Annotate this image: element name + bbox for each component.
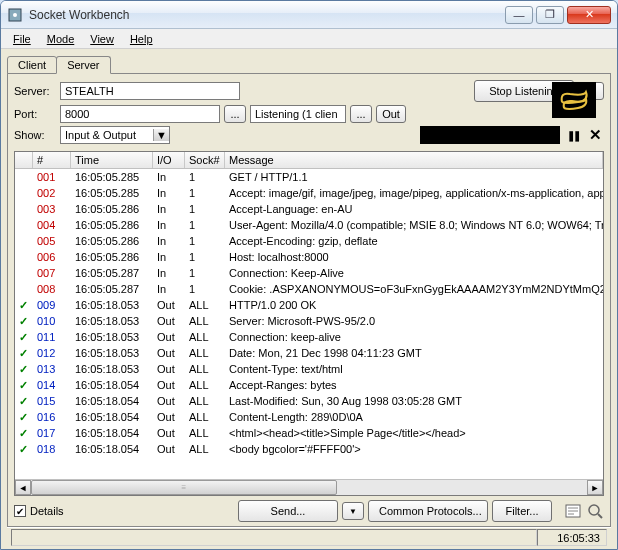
row-num: 014 — [33, 379, 71, 391]
table-row[interactable]: ✓01516:05:18.054OutALLLast-Modified: Sun… — [15, 393, 603, 409]
window-buttons: — ❐ ✕ — [505, 6, 611, 24]
horizontal-scrollbar[interactable]: ◄ ≡ ► — [15, 479, 603, 495]
table-row[interactable]: 00116:05:05.285In1GET / HTTP/1.1 — [15, 169, 603, 185]
server-panel: Server: Stop Listening In Port: ... ... … — [7, 73, 611, 527]
window-title: Socket Workbench — [29, 8, 505, 22]
status-time: 16:05:33 — [537, 529, 607, 546]
chevron-down-icon: ▼ — [153, 129, 169, 141]
server-input[interactable] — [60, 82, 240, 100]
send-dropdown-button[interactable]: ▼ — [342, 502, 364, 520]
row-sock: ALL — [185, 363, 225, 375]
row-time: 16:05:05.286 — [71, 219, 153, 231]
maximize-button[interactable]: ❐ — [536, 6, 564, 24]
row-time: 16:05:18.053 — [71, 315, 153, 327]
titlebar[interactable]: Socket Workbench — ❐ ✕ — [1, 1, 617, 29]
log-table: # Time I/O Sock# Message 00116:05:05.285… — [14, 151, 604, 496]
port-input[interactable] — [60, 105, 220, 123]
row-io: In — [153, 187, 185, 199]
listening-browse-button[interactable]: ... — [350, 105, 372, 123]
row-num: 003 — [33, 203, 71, 215]
scroll-thumb[interactable]: ≡ — [31, 480, 337, 495]
row-check: ✓ — [15, 427, 33, 440]
scroll-track[interactable]: ≡ — [31, 480, 587, 495]
row-sock: 1 — [185, 251, 225, 263]
toolbar-icon-1[interactable] — [564, 502, 582, 520]
table-row[interactable]: ✓01216:05:18.053OutALLDate: Mon, 21 Dec … — [15, 345, 603, 361]
menu-mode[interactable]: Mode — [41, 32, 81, 46]
scroll-right-icon[interactable]: ► — [587, 480, 603, 495]
table-row[interactable]: ✓01116:05:18.053OutALLConnection: keep-a… — [15, 329, 603, 345]
row-num: 018 — [33, 443, 71, 455]
row-io: Out — [153, 299, 185, 311]
menu-help[interactable]: Help — [124, 32, 159, 46]
col-check[interactable] — [15, 152, 33, 168]
table-row[interactable]: ✓00916:05:18.053OutALLHTTP/1.0 200 OK — [15, 297, 603, 313]
col-time[interactable]: Time — [71, 152, 153, 168]
row-check: ✓ — [15, 443, 33, 456]
row-num: 002 — [33, 187, 71, 199]
table-row[interactable]: 00816:05:05.287In1Cookie: .ASPXANONYMOUS… — [15, 281, 603, 297]
row-message: Accept-Encoding: gzip, deflate — [225, 235, 603, 247]
row-time: 16:05:18.053 — [71, 363, 153, 375]
close-icon: ✕ — [585, 8, 594, 21]
row-sock: ALL — [185, 331, 225, 343]
table-row[interactable]: 00516:05:05.286In1Accept-Encoding: gzip,… — [15, 233, 603, 249]
row-sock: 1 — [185, 171, 225, 183]
row-io: In — [153, 171, 185, 183]
row-io: In — [153, 283, 185, 295]
port-browse-button[interactable]: ... — [224, 105, 246, 123]
table-row[interactable]: 00316:05:05.286In1Accept-Language: en-AU — [15, 201, 603, 217]
details-checkbox[interactable]: ✔ — [14, 505, 26, 517]
table-row[interactable]: 00716:05:05.287In1Connection: Keep-Alive — [15, 265, 603, 281]
svg-point-1 — [13, 13, 17, 17]
row-num: 011 — [33, 331, 71, 343]
row-message: Connection: keep-alive — [225, 331, 603, 343]
row-time: 16:05:18.054 — [71, 443, 153, 455]
pause-button[interactable]: ❚❚ — [564, 126, 582, 144]
row-time: 16:05:18.054 — [71, 395, 153, 407]
table-row[interactable]: ✓01616:05:18.054OutALLContent-Length: 28… — [15, 409, 603, 425]
row-time: 16:05:05.285 — [71, 171, 153, 183]
minimize-button[interactable]: — — [505, 6, 533, 24]
common-protocols-button[interactable]: Common Protocols... — [368, 500, 488, 522]
scroll-left-icon[interactable]: ◄ — [15, 480, 31, 495]
table-row[interactable]: ✓01316:05:18.053OutALLContent-Type: text… — [15, 361, 603, 377]
row-time: 16:05:05.285 — [71, 187, 153, 199]
send-button[interactable]: Send... — [238, 500, 338, 522]
table-row[interactable]: ✓01016:05:18.053OutALLServer: Microsoft-… — [15, 313, 603, 329]
col-sock[interactable]: Sock# — [185, 152, 225, 168]
status-cell-main — [11, 529, 537, 546]
table-row[interactable]: 00416:05:05.286In1User-Agent: Mozilla/4.… — [15, 217, 603, 233]
row-io: In — [153, 251, 185, 263]
row-message: Date: Mon, 21 Dec 1998 04:11:23 GMT — [225, 347, 603, 359]
toolbar-icon-2[interactable] — [586, 502, 604, 520]
menu-view[interactable]: View — [84, 32, 120, 46]
row-num: 004 — [33, 219, 71, 231]
table-row[interactable]: 00616:05:05.286In1Host: localhost:8000 — [15, 249, 603, 265]
statusbar: 16:05:33 — [7, 527, 611, 547]
col-num[interactable]: # — [33, 152, 71, 168]
row-check: ✓ — [15, 411, 33, 424]
row-message: HTTP/1.0 200 OK — [225, 299, 603, 311]
table-row[interactable]: ✓01416:05:18.054OutALLAccept-Ranges: byt… — [15, 377, 603, 393]
table-body[interactable]: 00116:05:05.285In1GET / HTTP/1.100216:05… — [15, 169, 603, 479]
menu-file[interactable]: File — [7, 32, 37, 46]
bottom-bar: ✔ Details Send... ▼ Common Protocols... … — [14, 500, 604, 522]
row-num: 005 — [33, 235, 71, 247]
clear-button[interactable]: ✕ — [586, 126, 604, 144]
show-combo[interactable]: Input & Output ▼ — [60, 126, 170, 144]
table-row[interactable]: ✓01716:05:18.054OutALL<html><head><title… — [15, 425, 603, 441]
close-button[interactable]: ✕ — [567, 6, 611, 24]
out-button[interactable]: Out — [376, 105, 406, 123]
table-row[interactable]: ✓01816:05:18.054OutALL<body bgcolor='#FF… — [15, 441, 603, 457]
table-row[interactable]: 00216:05:05.285In1Accept: image/gif, ima… — [15, 185, 603, 201]
filter-button[interactable]: Filter... — [492, 500, 552, 522]
col-message[interactable]: Message — [225, 152, 603, 168]
row-message: User-Agent: Mozilla/4.0 (compatible; MSI… — [225, 219, 603, 231]
col-io[interactable]: I/O — [153, 152, 185, 168]
client-area: Client Server Server: Stop Listening In … — [1, 49, 617, 549]
row-io: In — [153, 235, 185, 247]
row-num: 015 — [33, 395, 71, 407]
tab-client[interactable]: Client — [7, 56, 57, 74]
tab-server[interactable]: Server — [56, 56, 110, 74]
